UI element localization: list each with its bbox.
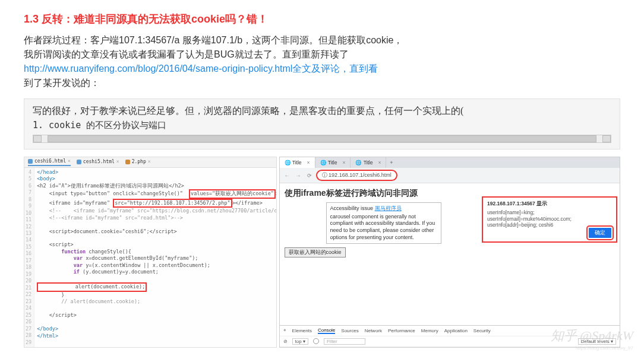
para-line3: 到了某开发说的：	[24, 78, 100, 88]
acc-link[interactable]: 黑马程序员	[375, 205, 402, 211]
accessibility-box: Accessibility issue 黑马程序员 carousel compo…	[326, 202, 441, 244]
browser-tab[interactable]: 🌐 Title×	[351, 157, 386, 168]
paragraph: 作者踩坑过程：客户端107.1:34567/a 服务端107.1/b，这两个非同…	[24, 33, 620, 90]
url-bar: ← → ⟳ ⓘ 192.168.107.1/ceshi6.html	[280, 168, 620, 183]
editor-tab[interactable]: 2.php ×	[125, 159, 151, 166]
devtools-tabs: ⌖ ElementsConsoleSourcesNetworkPerforman…	[280, 326, 620, 336]
browser-content: 使用iframe标签进行跨域访问非同源 Accessibility issue …	[280, 183, 620, 325]
devtools-tab[interactable]: Memory	[421, 328, 438, 333]
scroll-right-arrow[interactable]	[602, 135, 611, 142]
devtools-controls: ⊘ top ▾ Filter Default levels ▾	[280, 336, 620, 347]
alert-ok-button[interactable]: 确定	[588, 227, 613, 239]
get-cookie-button[interactable]: 获取嵌入网站的cookie	[285, 247, 346, 257]
browser-panel: 🌐 Title×🌐 Title×🌐 Title×+ ← → ⟳ ⓘ 192.16…	[279, 157, 620, 348]
devtools-filter-input[interactable]: Filter	[324, 338, 365, 345]
scroll-thumb[interactable]	[48, 135, 596, 142]
code-editor-panel: ceshi6.html ×ceshi5.html ×2.php × 4 5 6 …	[24, 157, 277, 348]
devtools-clear-icon[interactable]: ⊘	[283, 339, 288, 344]
quote-line2: 1. cookie 的不区分协议与端口	[33, 120, 611, 131]
scroll-left-arrow[interactable]	[33, 135, 42, 142]
link-suffix: 全文及评论，直到看	[292, 63, 378, 74]
devtools-eye-icon[interactable]	[313, 338, 319, 344]
devtools-panel: ⌖ ElementsConsoleSourcesNetworkPerforman…	[280, 325, 620, 347]
editor-tab[interactable]: ceshi6.html ×	[28, 158, 71, 166]
acc-head: Accessibility issue 黑马程序员	[330, 205, 437, 212]
screenshot-row: ceshi6.html ×ceshi5.html ×2.php × 4 5 6 …	[24, 157, 620, 348]
para-line2: 我所谓阅读的文章没有说或者我漏看了认为是BUG就过去了。直到重新拜读了	[24, 49, 349, 59]
js-alert-dialog: 192.168.107.1:34567 显示 userInfo[name]=ki…	[482, 196, 617, 243]
editor-tabs: ceshi6.html ×ceshi5.html ×2.php ×	[24, 157, 276, 168]
devtools-context-select[interactable]: top ▾	[292, 338, 308, 345]
section-heading: 1.3 反转：难道非同源真的无法获取cookie吗？错！	[24, 12, 620, 26]
quote-block: 写的很好，对于教学来说已经足够。但，浏览器的同源策略，是黑客攻击的重要点，任何一…	[24, 98, 620, 150]
quote-line1: 写的很好，对于教学来说已经足够。但，浏览器的同源策略，是黑客攻击的重要点，任何一…	[33, 105, 611, 117]
horizontal-scrollbar[interactable]	[33, 135, 611, 143]
browser-tab[interactable]: 🌐 Title×	[280, 157, 315, 168]
reference-link[interactable]: http://www.ruanyifeng.com/blog/2016/04/s…	[24, 63, 292, 74]
url-input[interactable]: ⓘ 192.168.107.1/ceshi6.html	[316, 170, 397, 181]
devtools-tab[interactable]: Network	[365, 328, 382, 333]
forward-arrow-icon[interactable]: →	[294, 173, 303, 179]
devtools-tab[interactable]: Elements	[292, 328, 312, 333]
new-tab-button[interactable]: +	[386, 160, 396, 166]
browser-tabs: 🌐 Title×🌐 Title×🌐 Title×+	[280, 157, 620, 168]
alert-body: userInfo[name]=king; userInfo[email]=muk…	[487, 209, 612, 228]
editor-tab[interactable]: ceshi5.html ×	[77, 159, 119, 166]
devtools-tab[interactable]: Console	[318, 327, 335, 334]
line-number-gutter: 4 5 6 7 8 9 10 11 12 13 14 15 16 17 18 1…	[24, 168, 34, 347]
alert-title: 192.168.107.1:34567 显示	[487, 201, 612, 208]
browser-tab[interactable]: 🌐 Title×	[315, 157, 351, 168]
code-lines: </head> <body> <h2 id="A">使用iframe标签进行跨域…	[34, 168, 276, 347]
devtools-tab[interactable]: Sources	[341, 328, 358, 333]
devtools-tab[interactable]: Application	[444, 328, 468, 333]
acc-body: carousel component is generally not comp…	[330, 214, 437, 241]
back-arrow-icon[interactable]: ←	[283, 173, 292, 179]
reload-icon[interactable]: ⟳	[305, 173, 314, 179]
devtools-levels-select[interactable]: Default levels ▾	[578, 338, 616, 345]
para-line1: 作者踩坑过程：客户端107.1:34567/a 服务端107.1/b，这两个非同…	[24, 35, 403, 45]
devtools-inspect-icon[interactable]: ⌖	[283, 327, 286, 333]
devtools-tab[interactable]: Security	[473, 328, 491, 333]
devtools-tab[interactable]: Performance	[388, 328, 415, 333]
